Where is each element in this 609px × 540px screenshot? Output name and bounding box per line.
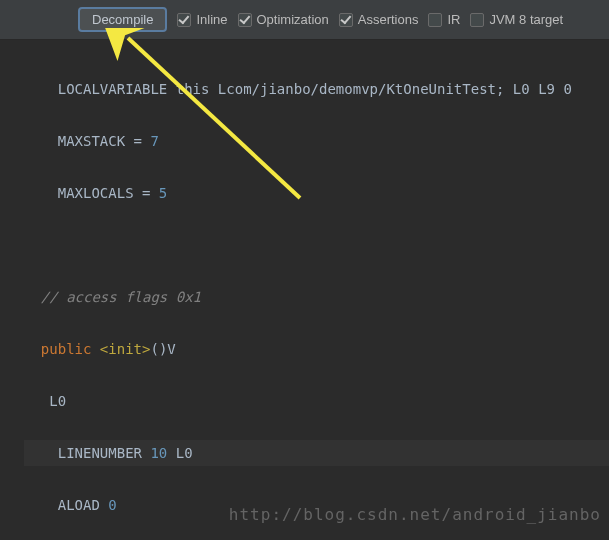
checkbox-icon [177,13,191,27]
code-line: // access flags 0x1 [24,284,609,310]
checkbox-icon [339,13,353,27]
code-line: MAXLOCALS = 5 [24,180,609,206]
check-label: JVM 8 target [489,12,563,27]
decompile-button[interactable]: Decompile [78,7,167,32]
checkbox-icon [428,13,442,27]
code-line: L0 [24,388,609,414]
code-line: public <init>()V [24,336,609,362]
check-label: Optimization [257,12,329,27]
check-label: IR [447,12,460,27]
check-jvm8[interactable]: JVM 8 target [470,12,563,27]
checkbox-icon [470,13,484,27]
checkbox-icon [238,13,252,27]
code-line: ALOAD 0 [24,492,609,518]
check-inline[interactable]: Inline [177,12,227,27]
bytecode-toolbar: Decompile Inline Optimization Assertions… [0,0,609,40]
code-line: MAXSTACK = 7 [24,128,609,154]
code-line: LOCALVARIABLE this Lcom/jianbo/demomvp/K… [24,76,609,102]
check-label: Inline [196,12,227,27]
check-ir[interactable]: IR [428,12,460,27]
code-line [24,232,609,258]
code-editor[interactable]: LOCALVARIABLE this Lcom/jianbo/demomvp/K… [0,40,609,540]
check-assertions[interactable]: Assertions [339,12,419,27]
check-optimization[interactable]: Optimization [238,12,329,27]
check-label: Assertions [358,12,419,27]
code-line: LINENUMBER 10 L0 [24,440,609,466]
